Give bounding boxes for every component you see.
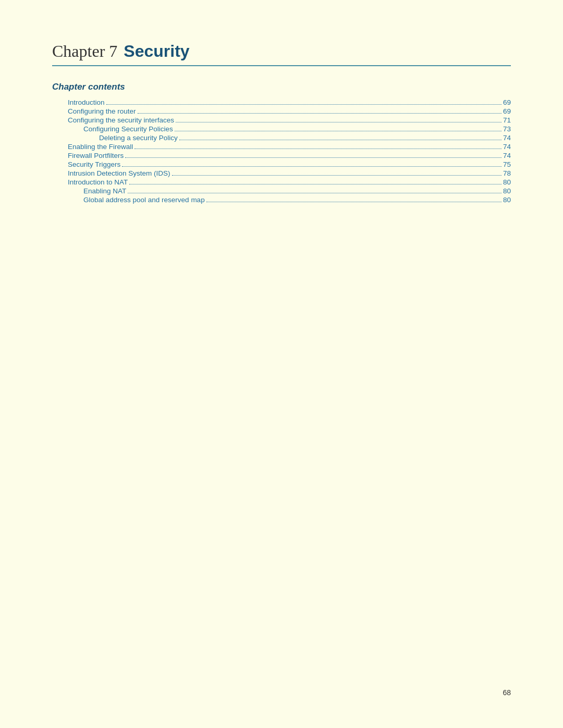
toc-page: 80 bbox=[503, 187, 511, 195]
toc-dots bbox=[172, 175, 501, 176]
toc-label[interactable]: Configuring Security Policies bbox=[52, 125, 173, 133]
toc-label[interactable]: Intrusion Detection System (IDS) bbox=[52, 169, 170, 177]
toc-dots bbox=[122, 166, 501, 167]
toc-label[interactable]: Introduction bbox=[52, 98, 105, 106]
toc-label[interactable]: Firewall Portfilters bbox=[52, 152, 124, 159]
toc-page: 78 bbox=[503, 169, 511, 177]
toc-dots bbox=[179, 140, 501, 140]
toc-page: 75 bbox=[503, 161, 511, 168]
toc-page: 69 bbox=[503, 98, 511, 106]
toc-dots bbox=[125, 157, 501, 158]
toc-item[interactable]: Firewall Portfilters74 bbox=[52, 152, 511, 159]
toc-label[interactable]: Introduction to NAT bbox=[52, 178, 128, 186]
toc-page: 69 bbox=[503, 107, 511, 115]
toc-item[interactable]: Introduction to NAT80 bbox=[52, 178, 511, 186]
toc-dots bbox=[134, 149, 501, 149]
chapter-title: Security bbox=[124, 42, 189, 61]
toc-dots bbox=[175, 131, 501, 131]
toc-item[interactable]: Configuring the security interfaces71 bbox=[52, 116, 511, 124]
toc-label[interactable]: Configuring the security interfaces bbox=[52, 116, 174, 124]
page-number: 68 bbox=[503, 688, 511, 697]
toc-item[interactable]: Intrusion Detection System (IDS)78 bbox=[52, 169, 511, 177]
toc-dots bbox=[176, 122, 501, 122]
toc-item[interactable]: Introduction69 bbox=[52, 98, 511, 106]
chapter-label: Chapter 7 bbox=[52, 42, 117, 61]
toc-label[interactable]: Global address pool and reserved map bbox=[52, 196, 205, 204]
toc-dots bbox=[128, 193, 501, 193]
toc-item[interactable]: Configuring Security Policies73 bbox=[52, 125, 511, 133]
toc-item[interactable]: Configuring the router69 bbox=[52, 107, 511, 115]
toc-page: 74 bbox=[503, 143, 511, 151]
toc-page: 74 bbox=[503, 134, 511, 142]
toc-item[interactable]: Security Triggers75 bbox=[52, 161, 511, 168]
toc-item[interactable]: Enabling the Firewall74 bbox=[52, 143, 511, 151]
chapter-divider bbox=[52, 65, 511, 66]
toc-item[interactable]: Deleting a security Policy74 bbox=[52, 134, 511, 142]
toc-item[interactable]: Enabling NAT80 bbox=[52, 187, 511, 195]
toc-page: 80 bbox=[503, 196, 511, 204]
toc-dots bbox=[138, 113, 501, 114]
toc-dots bbox=[206, 202, 501, 202]
toc-label[interactable]: Enabling the Firewall bbox=[52, 143, 133, 151]
toc-label[interactable]: Security Triggers bbox=[52, 161, 120, 168]
toc-page: 71 bbox=[503, 116, 511, 124]
toc-label[interactable]: Enabling NAT bbox=[52, 187, 126, 195]
chapter-contents-heading: Chapter contents bbox=[52, 82, 511, 92]
toc-page: 80 bbox=[503, 178, 511, 186]
toc-dots bbox=[106, 104, 501, 105]
toc-item[interactable]: Global address pool and reserved map80 bbox=[52, 196, 511, 204]
toc-label[interactable]: Deleting a security Policy bbox=[52, 134, 178, 142]
toc-page: 73 bbox=[503, 125, 511, 133]
toc-page: 74 bbox=[503, 152, 511, 159]
table-of-contents: Introduction69Configuring the router69Co… bbox=[52, 98, 511, 204]
toc-dots bbox=[129, 184, 501, 184]
chapter-header: Chapter 7 Security bbox=[52, 42, 511, 61]
toc-label[interactable]: Configuring the router bbox=[52, 107, 136, 115]
